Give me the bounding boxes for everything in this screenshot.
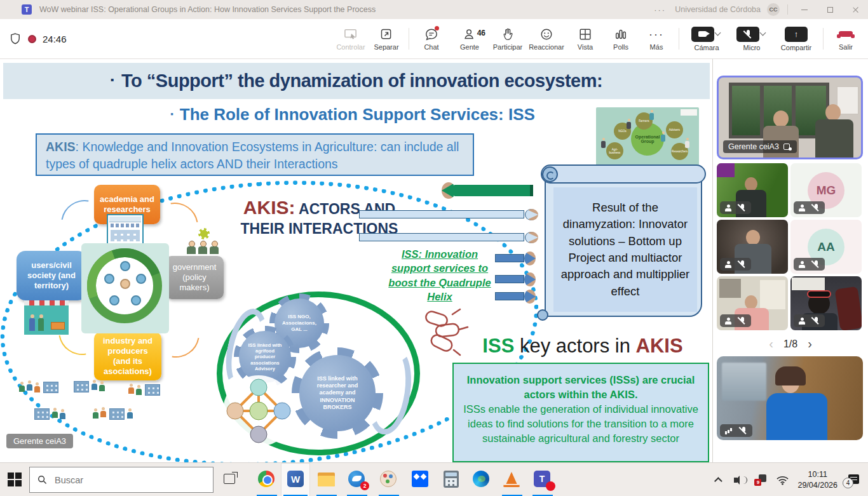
speaker-video-large[interactable] bbox=[717, 356, 863, 440]
close-button[interactable] bbox=[843, 0, 868, 19]
gear-research: ISS linked with researcher and academy a… bbox=[292, 347, 383, 439]
teams-taskbar-icon[interactable]: T bbox=[534, 471, 552, 488]
polls-icon bbox=[614, 27, 628, 41]
popout-icon bbox=[379, 27, 393, 41]
restore-button[interactable] bbox=[817, 0, 843, 19]
teams-app-icon bbox=[22, 4, 32, 15]
mic-muted-icon bbox=[740, 427, 747, 434]
operational-group-illustration: Operational Group NGOs Farmers Advisers … bbox=[596, 107, 699, 166]
tray-clock[interactable]: 10:11 29/04/2026 bbox=[797, 469, 837, 491]
titlebar-overflow-icon[interactable]: ··· bbox=[654, 5, 666, 15]
account-avatar[interactable]: CC bbox=[767, 3, 780, 16]
previous-page-chevron[interactable]: ‹ bbox=[769, 337, 773, 351]
participant-video-tile[interactable] bbox=[790, 276, 862, 330]
network-people-illustration bbox=[221, 373, 296, 448]
speaker-icon[interactable] bbox=[734, 475, 745, 485]
next-page-chevron[interactable]: › bbox=[808, 337, 812, 351]
participant-avatar-tile[interactable]: MG bbox=[790, 163, 862, 217]
participant-video-tile[interactable] bbox=[717, 220, 788, 274]
mic-muted-icon bbox=[812, 204, 820, 211]
start-button[interactable] bbox=[8, 473, 22, 486]
mic-button[interactable]: Micro bbox=[729, 20, 774, 57]
react-button[interactable]: Reaccionar bbox=[526, 20, 567, 57]
view-button[interactable]: Vista bbox=[567, 20, 603, 57]
chat-notification-dot bbox=[435, 26, 439, 30]
camera-chevron-icon[interactable] bbox=[714, 30, 721, 36]
mic-muted-icon bbox=[738, 317, 746, 325]
participant-status-badge bbox=[794, 201, 825, 214]
blue-right-arrow bbox=[495, 272, 539, 286]
grid-icon bbox=[578, 27, 592, 41]
person-body bbox=[766, 393, 827, 440]
minimize-button[interactable] bbox=[792, 0, 817, 19]
participant-status-badge bbox=[720, 201, 751, 214]
person-head bbox=[825, 104, 841, 121]
dropbox-taskbar-icon[interactable] bbox=[412, 471, 430, 488]
leave-button[interactable]: Salir bbox=[828, 20, 864, 57]
calculator-taskbar-icon[interactable] bbox=[442, 471, 460, 488]
shield-icon bbox=[9, 32, 22, 46]
task-view-icon[interactable] bbox=[224, 474, 235, 484]
video-logo-overlay bbox=[717, 163, 735, 177]
shared-screen-slide: ▪To “Support” the dynamization of innova… bbox=[0, 59, 713, 462]
attendee-icon bbox=[725, 261, 731, 268]
notification-center-icon[interactable]: 4 bbox=[846, 474, 859, 486]
participant-avatar-tile[interactable]: AA bbox=[790, 220, 862, 274]
hangup-icon bbox=[839, 27, 853, 41]
mic-muted-icon bbox=[736, 27, 759, 42]
person-body bbox=[815, 119, 853, 159]
shelf bbox=[719, 279, 741, 298]
iss-support-text: ISS: Innovation support services to boos… bbox=[384, 247, 496, 304]
vlc-taskbar-icon[interactable] bbox=[503, 471, 521, 488]
participant-video-tile[interactable] bbox=[717, 163, 788, 217]
camera-button[interactable]: Cámara bbox=[684, 20, 729, 57]
presenting-bars-icon bbox=[725, 427, 733, 434]
akis-definition: : Knowledge and Innovation Ecosystems in… bbox=[46, 140, 459, 171]
speaker-status-badge bbox=[720, 424, 752, 437]
government-box: government (policy makers) bbox=[165, 256, 224, 299]
green-left-arrow bbox=[442, 182, 538, 199]
mic-chevron-icon[interactable] bbox=[759, 30, 766, 36]
active-speaker-video[interactable]: Gerente ceiA3 bbox=[717, 76, 863, 159]
toolbar-divider bbox=[409, 28, 409, 50]
person-head bbox=[745, 177, 757, 191]
account-name: Universidad de Córdoba bbox=[675, 5, 761, 14]
people-button[interactable]: 46 Gente bbox=[449, 20, 490, 57]
tray-app-icon[interactable]: 9 bbox=[756, 474, 766, 485]
chat-button[interactable]: Chat bbox=[414, 20, 449, 57]
chrome-taskbar-icon[interactable] bbox=[258, 471, 276, 488]
presenter-name-label: Gerente ceiA3 bbox=[6, 434, 73, 448]
page-indicator: 1/8 bbox=[783, 338, 797, 350]
title-bar: WoW webinar ISS: Operational Groups in A… bbox=[0, 0, 868, 19]
edge-taskbar-icon[interactable] bbox=[473, 471, 491, 488]
result-scroll-box: Result of the dinamyzation: Innovator so… bbox=[541, 164, 710, 318]
person-head bbox=[773, 111, 789, 127]
smiley-icon bbox=[539, 27, 553, 41]
raise-hand-button[interactable]: Participar bbox=[490, 20, 526, 57]
monitor-icon bbox=[344, 27, 358, 41]
control-button[interactable]: Controlar bbox=[333, 20, 369, 57]
key-actors-heading: ISS key actors in AKIS bbox=[455, 335, 710, 358]
participant-video-tile[interactable] bbox=[717, 276, 788, 330]
active-speaker-name: Gerente ceiA3 bbox=[728, 142, 779, 151]
paint-taskbar-icon[interactable] bbox=[380, 471, 398, 488]
windows-taskbar: W 2 T 9 10:11 bbox=[0, 462, 868, 496]
people-icon: 46 bbox=[463, 27, 477, 41]
taskbar-search[interactable] bbox=[29, 467, 214, 493]
window-light bbox=[760, 280, 785, 309]
more-button[interactable]: ··· Más bbox=[639, 20, 674, 57]
attendee-icon bbox=[799, 204, 805, 211]
window-title: WoW webinar ISS: Operational Groups in A… bbox=[39, 5, 376, 14]
word-taskbar-icon[interactable]: W bbox=[287, 471, 305, 488]
popout-button[interactable]: Separar bbox=[369, 20, 404, 57]
file-explorer-taskbar-icon[interactable] bbox=[318, 471, 336, 488]
thunderbird-taskbar-icon[interactable]: 2 bbox=[348, 471, 366, 488]
title-bullet: ▪ bbox=[111, 74, 114, 85]
search-input[interactable] bbox=[55, 475, 182, 485]
iss-description-rest: ISSs enable the generation of individual… bbox=[463, 403, 698, 444]
wifi-icon[interactable] bbox=[776, 475, 789, 485]
polls-button[interactable]: Polls bbox=[603, 20, 639, 57]
share-button[interactable]: ↑ Compartir bbox=[774, 20, 818, 57]
tray-expand-chevron-icon[interactable] bbox=[714, 477, 722, 485]
ellipsis-icon: ··· bbox=[649, 31, 664, 37]
